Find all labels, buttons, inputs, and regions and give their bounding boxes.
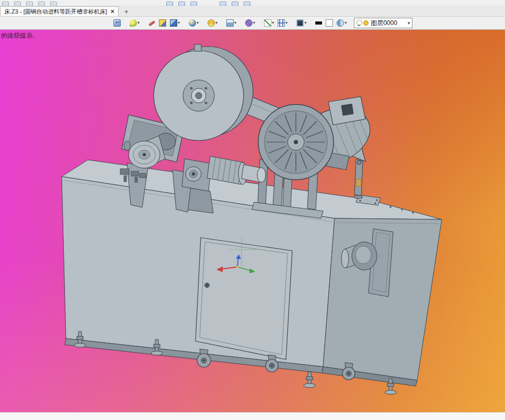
leveling-foot-3[interactable] — [304, 372, 315, 388]
point-snap-icon[interactable]: ▾ — [244, 18, 256, 28]
dropdown-arrow-icon[interactable]: ▾ — [197, 21, 199, 25]
datum-plane-icon-glyph — [264, 19, 271, 27]
render-mode-icon[interactable]: ▾ — [188, 18, 200, 28]
layer-combo-arrow-icon[interactable]: ▾ — [408, 20, 410, 26]
dropdown-arrow-icon[interactable]: ▾ — [234, 21, 236, 25]
white-swatch-icon[interactable] — [325, 18, 334, 28]
section-view-icon[interactable]: ▾ — [336, 18, 348, 28]
dropdown-arrow-icon[interactable]: ▾ — [178, 21, 180, 25]
image-capture-icon-glyph — [226, 19, 234, 27]
face-shade-icon-glyph — [159, 19, 166, 27]
document-tab-title: 床.Z3 - [圆钢自动进料等距开槽非标机床] — [4, 8, 107, 16]
document-tab[interactable]: 床.Z3 - [圆钢自动进料等距开槽非标机床] × — [0, 6, 119, 16]
shade-view-icon[interactable] — [244, 2, 250, 6]
cabinet[interactable] — [62, 160, 442, 394]
point-snap-icon-glyph — [245, 19, 252, 27]
render-mode-icon-glyph — [189, 19, 196, 27]
triad-origin — [236, 266, 238, 268]
layer-color-swatch[interactable] — [363, 20, 369, 26]
face-shade-icon[interactable] — [158, 18, 167, 28]
document-tabbar: 床.Z3 - [圆钢自动进料等距开槽非标机床] × + — [0, 6, 505, 17]
tab-close-icon[interactable]: × — [111, 8, 114, 15]
display-monitor-icon[interactable]: ▾ — [295, 18, 307, 28]
dropdown-arrow-icon[interactable]: ▾ — [215, 21, 217, 25]
open-file-icon[interactable] — [14, 2, 21, 6]
paint-part-icon-glyph — [148, 20, 156, 26]
titlebar-icon-group-1 — [2, 2, 57, 6]
color-wheel-icon-glyph — [208, 19, 215, 27]
pan-view-icon[interactable] — [166, 2, 173, 6]
white-swatch-icon-glyph — [326, 19, 333, 27]
image-capture-icon[interactable]: ▾ — [225, 18, 237, 28]
saw-blade[interactable] — [154, 44, 253, 141]
black-swatch-icon-glyph — [315, 21, 322, 25]
dropdown-arrow-icon[interactable]: ▾ — [253, 21, 255, 25]
toolbar-icon-row: ▾▾▾▾▾▾▾▾▾▾ — [112, 18, 348, 28]
settings-icon[interactable] — [50, 2, 57, 6]
black-swatch-icon[interactable] — [314, 18, 323, 28]
cabinet-door[interactable] — [196, 238, 292, 359]
dropdown-arrow-icon[interactable]: ▾ — [272, 21, 274, 25]
dropdown-arrow-icon[interactable]: ▾ — [137, 21, 140, 25]
print-icon[interactable] — [38, 2, 45, 6]
app-window: 床.Z3 - [圆钢自动进料等距开槽非标机床] × + ▾▾▾▾▾▾▾▾▾▾ 图… — [0, 0, 505, 420]
shaded-display-icon[interactable]: ▾ — [169, 18, 181, 28]
titlebar-strip — [0, 0, 505, 6]
appearance-icon-glyph — [130, 19, 137, 27]
view-restore-icon[interactable] — [112, 18, 122, 28]
dropdown-arrow-icon[interactable]: ▾ — [304, 21, 306, 25]
new-tab-button[interactable]: + — [119, 6, 134, 16]
paint-part-icon[interactable] — [147, 18, 156, 28]
save-icon[interactable] — [26, 2, 33, 6]
model-viewport[interactable]: 的这些提示. — [0, 30, 505, 412]
rotate-view-icon[interactable] — [190, 2, 197, 6]
fit-view-icon[interactable] — [220, 2, 226, 6]
tension-link — [354, 159, 363, 196]
shaded-display-icon-glyph — [170, 19, 177, 27]
dropdown-arrow-icon[interactable]: ▾ — [345, 21, 347, 25]
status-bar — [0, 412, 505, 420]
layer-visibility-icon[interactable] — [357, 20, 361, 26]
fan-cowl[interactable] — [258, 104, 334, 180]
display-monitor-icon-glyph — [296, 19, 304, 27]
titlebar-icon-group-3 — [220, 2, 250, 6]
orient-view-icon[interactable] — [232, 2, 238, 6]
dropdown-arrow-icon[interactable]: ▾ — [285, 21, 288, 25]
machine-model[interactable] — [0, 30, 505, 412]
app-menu-icon[interactable] — [2, 2, 9, 6]
grid-display-icon-glyph — [278, 19, 285, 27]
appearance-icon[interactable]: ▾ — [129, 18, 141, 28]
layer-combo[interactable]: 图层0000 ▾ — [354, 18, 412, 28]
datum-plane-icon[interactable]: ▾ — [263, 18, 275, 28]
section-view-icon-glyph — [337, 19, 344, 27]
layer-combo-value: 图层0000 — [371, 19, 405, 28]
view-restore-icon-glyph — [113, 19, 121, 27]
view-toolbar: ▾▾▾▾▾▾▾▾▾▾ 图层0000 ▾ — [0, 17, 505, 30]
titlebar-icon-group-2 — [166, 2, 197, 6]
color-wheel-icon[interactable]: ▾ — [206, 18, 219, 28]
zoom-view-icon[interactable] — [178, 2, 185, 6]
grid-display-icon[interactable]: ▾ — [277, 18, 289, 28]
